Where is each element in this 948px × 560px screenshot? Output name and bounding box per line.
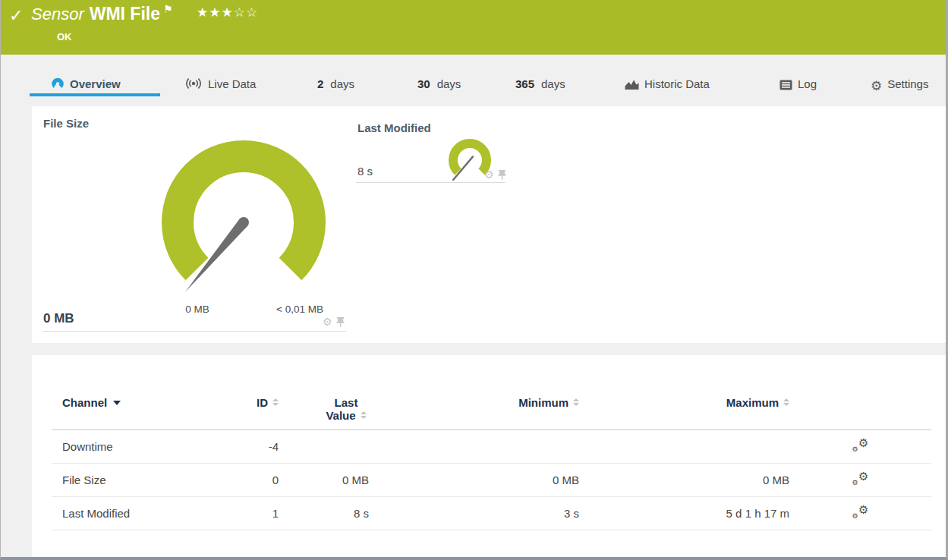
column-header-id[interactable]: ID (226, 396, 279, 430)
tab-365-days-number: 365 (515, 77, 534, 90)
sensor-status-text: OK (57, 31, 72, 42)
channel-last-value (279, 430, 369, 464)
file-size-gauge (141, 133, 346, 311)
sort-icon[interactable] (573, 398, 579, 406)
last-modified-gauge (436, 131, 504, 192)
channel-maximum (579, 430, 789, 464)
channel-minimum: 3 s (369, 497, 579, 530)
pin-icon[interactable] (336, 317, 345, 327)
sensor-title-bar: ✓ SensorWMI File⚑ ★★★☆☆ OK (1, 0, 946, 55)
column-header-maximum[interactable]: Maximum (579, 396, 789, 430)
sensor-title: SensorWMI File⚑ (31, 3, 173, 24)
tab-live-data-label: Live Data (208, 77, 256, 90)
channel-table-panel: Channel ID Last Value Minimum Maximum Do… (32, 355, 946, 557)
log-icon (780, 77, 792, 96)
historic-chart-icon (625, 77, 639, 96)
tab-overview[interactable]: Overview (51, 74, 121, 94)
flag-icon[interactable]: ⚑ (163, 3, 173, 15)
tab-2-days-number: 2 (317, 77, 323, 90)
column-header-minimum[interactable]: Minimum (369, 396, 579, 430)
file-size-current-value: 0 MB (43, 311, 74, 326)
tab-log[interactable]: Log (780, 74, 817, 94)
last-modified-gauge-tools: ⚙ (484, 169, 506, 180)
file-size-gauge-max-label: < 0,01 MB (254, 304, 345, 315)
object-kind-label: Sensor (31, 5, 84, 24)
channel-name: Last Modified (52, 497, 226, 530)
channel-name: Downtime (52, 430, 226, 464)
gear-icon[interactable]: ⚙ (484, 169, 494, 180)
priority-star-rating[interactable]: ★★★☆☆ (197, 5, 258, 20)
tab-365-days[interactable]: 365days (515, 74, 565, 94)
channel-last-value: 8 s (279, 497, 369, 530)
tab-live-data[interactable]: Live Data (184, 74, 256, 94)
channel-table: Channel ID Last Value Minimum Maximum Do… (52, 396, 931, 530)
channel-table-header-row: Channel ID Last Value Minimum Maximum (52, 396, 931, 430)
last-modified-current-value: 8 s (357, 165, 373, 178)
column-header-last-value[interactable]: Last Value (279, 396, 369, 430)
channel-settings-gears-icon[interactable]: ⚙⚙ (852, 505, 869, 520)
tab-2-days[interactable]: 2days (317, 74, 354, 94)
channel-maximum: 5 d 1 h 17 m (579, 497, 789, 530)
table-row: File Size 0 0 MB 0 MB 0 MB ⚙⚙ (52, 464, 931, 497)
tab-settings[interactable]: ⚙Settings (871, 74, 928, 94)
tab-historic-data[interactable]: Historic Data (625, 74, 710, 94)
sensor-page: ✓ SensorWMI File⚑ ★★★☆☆ OK Overview (0, 0, 948, 560)
live-data-icon (184, 77, 203, 96)
status-ok-check-icon: ✓ (9, 6, 23, 26)
last-modified-gauge-title: Last Modified (357, 121, 431, 134)
tab-30-days-number: 30 (417, 77, 430, 90)
settings-gear-icon: ⚙ (871, 77, 882, 96)
divider (43, 331, 346, 332)
table-row: Downtime -4 ⚙⚙ (52, 430, 931, 464)
pin-icon[interactable] (498, 170, 506, 180)
channel-settings-gears-icon[interactable]: ⚙⚙ (852, 472, 869, 486)
tab-30-days[interactable]: 30days (417, 74, 461, 94)
divider (356, 182, 505, 183)
file-size-gauge-tools: ⚙ (323, 316, 345, 327)
sort-icon[interactable] (361, 411, 367, 419)
file-size-gauge-title: File Size (43, 117, 89, 130)
sensor-name: WMI File (90, 4, 160, 24)
file-size-gauge-min-label: 0 MB (152, 304, 243, 315)
sort-icon[interactable] (783, 398, 789, 406)
table-row: Last Modified 1 8 s 3 s 5 d 1 h 17 m ⚙⚙ (52, 497, 931, 530)
tab-log-label: Log (798, 77, 817, 90)
channel-minimum: 0 MB (369, 464, 579, 497)
gauges-panel: File Size 0 MB < 0,01 MB 0 MB ⚙ Last Mod… (32, 106, 946, 343)
tab-historic-data-label: Historic Data (644, 77, 710, 90)
column-header-actions (789, 396, 931, 430)
channel-minimum (369, 430, 579, 464)
channel-maximum: 0 MB (579, 464, 789, 497)
active-tab-indicator (30, 93, 160, 96)
tab-365-days-label: days (541, 77, 565, 90)
sort-desc-icon (113, 401, 121, 405)
gear-icon[interactable]: ⚙ (323, 316, 332, 327)
tab-30-days-label: days (437, 77, 461, 90)
channel-name: File Size (52, 464, 226, 497)
channel-last-value: 0 MB (279, 464, 369, 497)
tab-overview-label: Overview (70, 77, 121, 90)
channel-settings-gears-icon[interactable]: ⚙⚙ (852, 439, 869, 453)
channel-id: 1 (226, 497, 279, 530)
tab-2-days-label: days (330, 77, 354, 90)
column-header-channel[interactable]: Channel (52, 396, 226, 430)
channel-id: 0 (226, 464, 279, 497)
tab-settings-label: Settings (887, 77, 928, 90)
sort-icon[interactable] (272, 398, 279, 406)
channel-id: -4 (226, 430, 279, 464)
